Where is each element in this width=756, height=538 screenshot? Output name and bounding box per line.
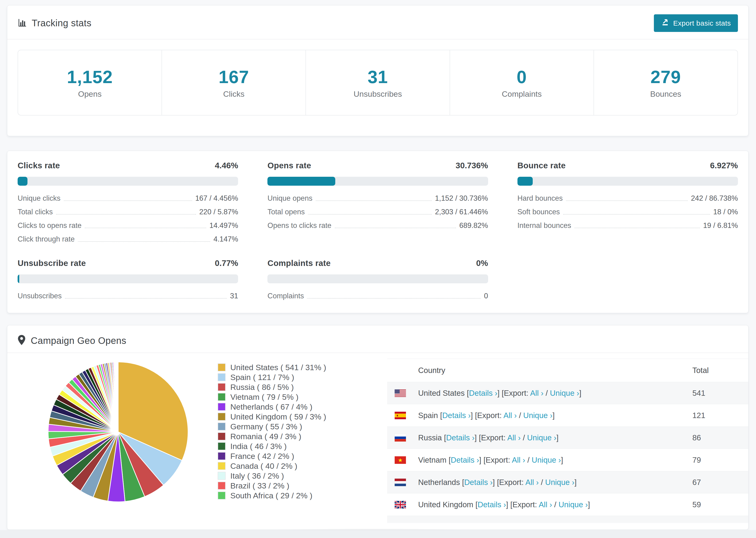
legend-item-france: France ( 42 / 2% ) xyxy=(218,451,326,461)
progress-fill-opens-rate xyxy=(267,177,335,186)
rate-value-clicks-rate: 4.46% xyxy=(215,161,238,170)
legend-label: Germany ( 55 / 3% ) xyxy=(230,422,302,431)
table-row-united-states: United States [Details ›] [Export: All ›… xyxy=(387,382,748,404)
rate-title-clicks-rate: Clicks rate xyxy=(18,161,60,170)
export-unique-link-vietnam[interactable]: Unique › xyxy=(532,456,561,464)
dotted-leader xyxy=(574,228,700,228)
campaign-geo-opens-card: Campaign Geo Opens United States ( 541 /… xyxy=(7,325,748,530)
stat-opens: 1,152Opens xyxy=(18,50,162,115)
geo-header: Campaign Geo Opens xyxy=(7,325,748,353)
country-cell-spain: Spain [Details ›] [Export: All › / Uniqu… xyxy=(387,411,692,420)
details-link-russia[interactable]: Details › xyxy=(446,433,474,442)
es-flag-icon xyxy=(395,412,406,419)
legend-item-italy: Italy ( 36 / 2% ) xyxy=(218,471,326,481)
details-link-spain[interactable]: Details › xyxy=(442,411,471,420)
export-all-link-united-states[interactable]: All › xyxy=(530,389,544,398)
legend-item-germany: Germany ( 55 / 3% ) xyxy=(218,422,326,431)
export-all-link-germany[interactable]: All › xyxy=(515,522,529,523)
export-all-link-russia[interactable]: All › xyxy=(507,433,521,442)
stat-label-bounces: Bounces xyxy=(650,89,681,99)
stat-clicks: 167Clicks xyxy=(162,50,305,115)
rate-title-opens-rate: Opens rate xyxy=(267,161,311,170)
dotted-leader xyxy=(308,214,432,215)
dotted-leader xyxy=(563,214,710,215)
stat-label-unsubscribes: Unsubscribes xyxy=(353,89,402,99)
export-unique-link-germany[interactable]: Unique › xyxy=(535,522,565,523)
legend-label: India ( 46 / 3% ) xyxy=(230,442,287,451)
legend-label: United States ( 541 / 31% ) xyxy=(230,363,326,372)
export-icon xyxy=(661,18,669,28)
country-cell-united-states: United States [Details ›] [Export: All ›… xyxy=(387,389,692,398)
rate-panel-complaints-rate: Complaints rate0%Complaints0 xyxy=(267,258,488,300)
details-link-vietnam[interactable]: Details › xyxy=(451,456,479,464)
export-unique-link-russia[interactable]: Unique › xyxy=(527,433,557,442)
table-row-netherlands: Netherlands [Details ›] [Export: All › /… xyxy=(387,471,748,493)
total-cell-netherlands: 67 xyxy=(692,478,748,487)
map-pin-icon xyxy=(18,335,26,347)
legend-label: Brazil ( 33 / 2% ) xyxy=(230,481,289,490)
legend-label: Netherlands ( 67 / 4% ) xyxy=(230,402,312,411)
table-row-russia: Russia [Details ›] [Export: All › / Uniq… xyxy=(387,426,748,449)
total-cell-spain: 121 xyxy=(692,411,748,420)
export-unique-link-united-states[interactable]: Unique › xyxy=(550,389,579,398)
table-row-vietnam: Vietnam [Details ›] [Export: All › / Uni… xyxy=(387,449,748,471)
table-row-germany: Germany [Details ›] [Export: All › / Uni… xyxy=(387,516,748,523)
table-row-united-kingdom: United Kingdom [Details ›] [Export: All … xyxy=(387,493,748,516)
legend-label: Romania ( 49 / 3% ) xyxy=(230,432,301,441)
legend-item-united-states: United States ( 541 / 31% ) xyxy=(218,362,326,372)
pie-legend: United States ( 541 / 31% )Spain ( 121 /… xyxy=(218,362,326,501)
details-link-united-states[interactable]: Details › xyxy=(469,389,497,398)
legend-label: Italy ( 36 / 2% ) xyxy=(230,471,284,480)
progress-fill-clicks-rate xyxy=(18,177,27,186)
page-bottom-strip xyxy=(0,530,756,538)
gb-flag-icon xyxy=(395,501,406,509)
rate-row-unique-opens: Unique opens1,152 / 30.736% xyxy=(267,194,488,202)
dotted-leader xyxy=(64,200,192,201)
column-header-country: Country xyxy=(387,366,692,375)
rate-value-unsubscribe-rate: 0.77% xyxy=(215,258,238,268)
legend-swatch xyxy=(218,423,225,430)
stat-value-opens: 1,152 xyxy=(67,67,113,87)
rate-title-unsubscribe-rate: Unsubscribe rate xyxy=(18,258,86,268)
details-link-united-kingdom[interactable]: Details › xyxy=(477,500,506,509)
export-unique-link-spain[interactable]: Unique › xyxy=(523,411,553,420)
legend-item-united-kingdom: United Kingdom ( 59 / 3% ) xyxy=(218,412,326,422)
legend-label: France ( 42 / 2% ) xyxy=(230,452,294,461)
geo-pie-chart xyxy=(46,360,190,504)
legend-swatch xyxy=(218,403,225,410)
export-all-link-united-kingdom[interactable]: All › xyxy=(539,500,552,509)
geo-table-header: Country Total xyxy=(387,359,748,382)
stat-value-bounces: 279 xyxy=(651,67,681,87)
rate-row-clicks-to-opens-rate: Clicks to opens rate14.497% xyxy=(18,221,238,230)
dotted-leader xyxy=(307,298,481,298)
details-link-germany[interactable]: Details › xyxy=(454,522,483,523)
legend-label: United Kingdom ( 59 / 3% ) xyxy=(230,412,326,421)
rate-panel-bounce-rate: Bounce rate6.927%Hard bounces242 / 86.73… xyxy=(517,161,738,243)
rate-row-unique-clicks: Unique clicks167 / 4.456% xyxy=(18,194,238,202)
dotted-leader xyxy=(566,200,688,201)
rate-row-complaints: Complaints0 xyxy=(267,292,488,300)
progress-bar-unsubscribe-rate xyxy=(18,274,238,283)
export-all-link-netherlands[interactable]: All › xyxy=(525,478,539,487)
legend-label: Spain ( 121 / 7% ) xyxy=(230,373,294,382)
legend-swatch xyxy=(218,364,225,371)
export-all-link-vietnam[interactable]: All › xyxy=(512,456,525,464)
rate-panel-unsubscribe-rate: Unsubscribe rate0.77%Unsubscribes31 xyxy=(18,258,238,300)
stat-value-complaints: 0 xyxy=(517,67,527,87)
progress-fill-bounce-rate xyxy=(517,177,533,186)
export-basic-stats-button[interactable]: Export basic stats xyxy=(654,14,738,32)
dotted-leader xyxy=(335,228,456,228)
progress-bar-complaints-rate xyxy=(267,274,488,283)
us-flag-icon xyxy=(395,389,406,397)
export-unique-link-netherlands[interactable]: Unique › xyxy=(545,478,574,487)
legend-swatch xyxy=(218,462,225,469)
total-cell-united-kingdom: 59 xyxy=(692,500,748,509)
export-all-link-spain[interactable]: All › xyxy=(503,411,517,420)
export-unique-link-united-kingdom[interactable]: Unique › xyxy=(559,500,588,509)
legend-item-india: India ( 46 / 3% ) xyxy=(218,441,326,451)
legend-swatch xyxy=(218,482,225,489)
legend-item-brazil: Brazil ( 33 / 2% ) xyxy=(218,481,326,491)
progress-bar-clicks-rate xyxy=(18,177,238,186)
details-link-netherlands[interactable]: Details › xyxy=(464,478,493,487)
rate-value-opens-rate: 30.736% xyxy=(456,161,488,170)
